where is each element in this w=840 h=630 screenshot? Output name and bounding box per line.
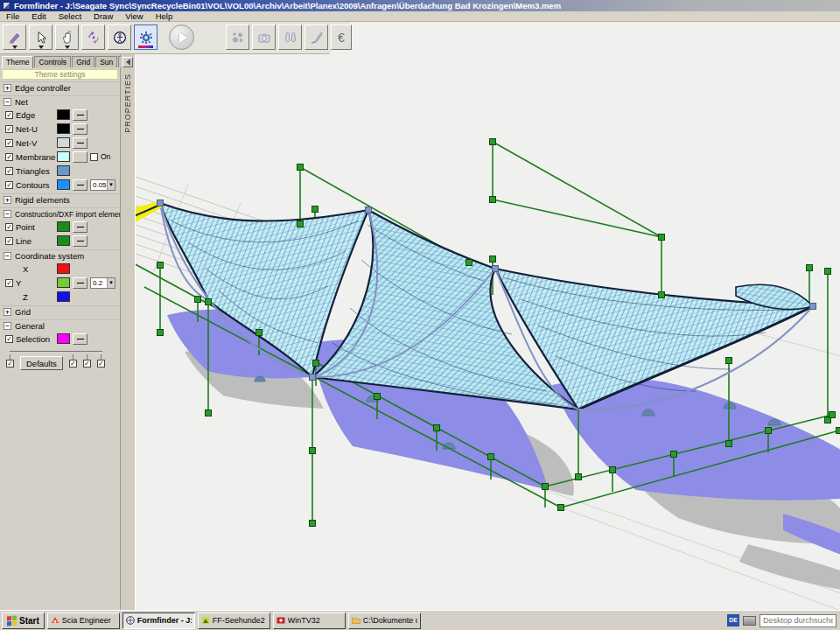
panel-banner: Theme settings <box>2 69 118 80</box>
printer-tray-icon[interactable] <box>743 616 756 626</box>
section-edge-controller[interactable]: + Edge controller <box>0 81 120 94</box>
panel-collapse-button[interactable] <box>122 57 133 67</box>
select-cursor-button[interactable] <box>29 24 52 50</box>
transform-arrows-button[interactable] <box>81 24 105 50</box>
tab-grid[interactable]: Grid <box>72 56 94 67</box>
section-net[interactable]: − Net <box>0 95 120 108</box>
taskbar-item-explorer[interactable]: C:\Dokumente und Einst... <box>348 612 421 629</box>
properties-strip-label: PROPERTIES <box>123 74 132 133</box>
menu-select[interactable]: Select <box>52 11 88 21</box>
dropdown-arrow-icon[interactable] <box>12 46 18 49</box>
edge-linestyle-button[interactable] <box>73 109 88 121</box>
point-linestyle-button[interactable] <box>73 221 88 233</box>
combo-arrow-icon: ▼ <box>107 180 115 190</box>
section-coordinate-system[interactable]: − Coordinate system <box>0 249 120 262</box>
brush-icon <box>310 31 324 45</box>
net-u-checkbox[interactable] <box>5 125 13 133</box>
taskbar-item-wintv[interactable]: WinTV32 <box>273 612 346 629</box>
contours-linestyle-button[interactable] <box>73 179 88 191</box>
line-linestyle-button[interactable] <box>73 235 88 247</box>
particles-icon <box>231 31 245 45</box>
snapshot-camera-button[interactable] <box>252 24 276 50</box>
taskbar-item-scia[interactable]: Scia Engineer <box>47 612 120 629</box>
z-axis-color-swatch[interactable] <box>57 291 70 302</box>
texture-brush-button[interactable] <box>304 24 328 50</box>
dropdown-arrow-icon[interactable] <box>65 46 70 49</box>
desktop-search-input[interactable] <box>760 614 836 627</box>
membrane-on-checkbox[interactable] <box>90 153 98 161</box>
menu-help[interactable]: Help <box>150 11 179 21</box>
membrane-style-button[interactable] <box>73 151 88 163</box>
menu-edit[interactable]: Edit <box>25 11 52 21</box>
defaults-checkbox-1[interactable] <box>6 360 14 368</box>
selection-color-swatch[interactable] <box>57 333 70 344</box>
human-scale-button[interactable] <box>108 24 131 50</box>
cost-euro-button[interactable]: € <box>331 24 352 50</box>
particles-button[interactable] <box>226 24 249 50</box>
viewport-3d[interactable] <box>136 54 840 610</box>
start-button[interactable]: Start <box>2 612 45 629</box>
contours-spacing-select[interactable]: 0.05▼ <box>90 179 116 191</box>
y-axis-checkbox[interactable] <box>5 279 13 287</box>
selection-checkbox[interactable] <box>5 335 13 343</box>
line-checkbox[interactable] <box>5 237 13 245</box>
menu-view[interactable]: View <box>119 11 149 21</box>
folder-icon <box>352 616 360 625</box>
contours-color-swatch[interactable] <box>57 179 70 190</box>
y-axis-size-select[interactable]: 0.2▼ <box>90 277 116 289</box>
collapse-icon[interactable]: − <box>4 210 11 218</box>
net-v-linestyle-button[interactable] <box>73 137 88 149</box>
point-color-swatch[interactable] <box>57 221 70 232</box>
net-v-checkbox[interactable] <box>5 139 13 147</box>
pan-hand-button[interactable] <box>55 24 79 50</box>
y-axis-linestyle-button[interactable] <box>73 277 88 289</box>
expand-icon[interactable]: + <box>4 196 11 204</box>
defaults-checkbox-4[interactable] <box>97 360 105 368</box>
collapse-icon[interactable]: − <box>4 322 11 330</box>
properties-strip: PROPERTIES <box>121 54 136 610</box>
theme-settings-button[interactable] <box>134 24 158 50</box>
draw-pencil-button[interactable] <box>3 24 26 50</box>
selection-linestyle-button[interactable] <box>73 333 88 345</box>
tab-controls[interactable]: Controls <box>34 56 71 67</box>
edge-checkbox[interactable] <box>5 111 13 119</box>
section-general[interactable]: − General <box>0 319 120 332</box>
formfinder-icon <box>126 616 135 625</box>
edge-color-swatch[interactable] <box>57 109 70 120</box>
defaults-checkbox-2[interactable] <box>69 360 77 368</box>
point-checkbox[interactable] <box>5 223 13 231</box>
net-u-color-swatch[interactable] <box>57 123 70 134</box>
defaults-checkbox-3[interactable] <box>83 360 91 368</box>
tab-sun[interactable]: Sun <box>95 56 117 67</box>
membrane-checkbox[interactable] <box>5 153 13 161</box>
tab-theme[interactable]: Theme <box>2 56 33 68</box>
binoculars-button[interactable] <box>278 24 302 50</box>
formfind-play-button[interactable] <box>169 24 194 50</box>
collapse-icon[interactable]: − <box>4 98 11 106</box>
row-point: Point <box>0 220 120 234</box>
defaults-button[interactable]: Defaults <box>20 356 63 370</box>
app-icon <box>3 2 10 10</box>
triangles-color-swatch[interactable] <box>57 165 70 176</box>
language-indicator[interactable]: DE <box>727 614 739 626</box>
net-u-linestyle-button[interactable] <box>73 123 88 135</box>
expand-icon[interactable]: + <box>4 308 11 316</box>
dropdown-arrow-icon[interactable] <box>38 46 44 49</box>
triangles-checkbox[interactable] <box>5 167 13 175</box>
taskbar-item-formfinder[interactable]: Formfinder - J:\Seaga... <box>122 612 195 629</box>
menu-draw[interactable]: Draw <box>88 11 119 21</box>
menu-file[interactable]: File <box>0 11 25 21</box>
line-color-swatch[interactable] <box>57 235 70 246</box>
collapse-icon[interactable]: − <box>4 252 11 260</box>
net-v-color-swatch[interactable] <box>57 137 70 148</box>
section-grid[interactable]: + Grid <box>0 305 120 318</box>
section-construction[interactable]: − Construction/DXF import elements <box>0 207 120 220</box>
taskbar-item-seehunde[interactable]: FF-Seehunde2 Screensh... <box>198 612 270 629</box>
x-axis-color-swatch[interactable] <box>57 263 70 274</box>
contours-checkbox[interactable] <box>5 181 13 189</box>
section-rigid-elements[interactable]: + Rigid elements <box>0 193 120 206</box>
y-axis-color-swatch[interactable] <box>57 277 70 288</box>
membrane-color-swatch[interactable] <box>57 151 70 162</box>
combo-arrow-icon: ▼ <box>107 278 115 288</box>
expand-icon[interactable]: + <box>4 84 11 92</box>
